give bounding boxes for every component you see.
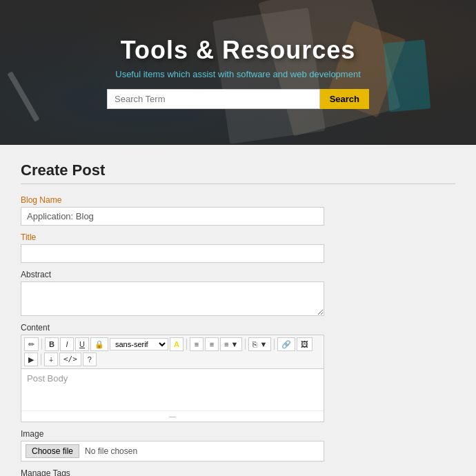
- hero-section: Tools & Resources Useful items which ass…: [0, 0, 476, 145]
- choose-file-button[interactable]: Choose file: [26, 444, 79, 458]
- tb-underline-btn[interactable]: U: [75, 337, 89, 351]
- tb-image-btn[interactable]: 🖼: [297, 337, 313, 351]
- svg-rect-3: [384, 40, 430, 112]
- tb-sep-1: [41, 339, 42, 350]
- search-bar: Search: [107, 89, 369, 109]
- tb-pencil-btn[interactable]: ✏: [24, 337, 39, 351]
- tb-italic-btn[interactable]: I: [60, 337, 74, 351]
- search-button[interactable]: Search: [320, 89, 369, 109]
- editor-resize-handle[interactable]: ―: [21, 410, 324, 422]
- tb-table-btn[interactable]: ⎘ ▼: [248, 337, 271, 351]
- blog-name-input[interactable]: [21, 207, 324, 226]
- editor-body[interactable]: Post Body: [21, 369, 324, 410]
- file-name-text: No file chosen: [85, 446, 137, 456]
- tb-sep-3: [245, 339, 246, 350]
- tb-link-btn[interactable]: 🔗: [277, 337, 295, 351]
- manage-tags-group: Manage Tags Add Delete ▲ ▼: [21, 468, 455, 476]
- tb-font-select[interactable]: sans-serif serif monospace: [110, 338, 168, 350]
- manage-tags-label: Manage Tags: [21, 468, 455, 476]
- blog-name-label: Blog Name: [21, 195, 455, 205]
- tb-fullscreen-btn[interactable]: ⨢: [44, 353, 58, 366]
- hero-subtitle: Useful items which assist with software …: [115, 69, 361, 79]
- tb-sep-2: [186, 339, 187, 350]
- tb-bold-btn[interactable]: B: [45, 337, 59, 351]
- search-input[interactable]: [107, 89, 320, 109]
- tb-sep-5: [41, 354, 41, 365]
- tb-sep-4: [274, 339, 275, 350]
- abstract-label: Abstract: [21, 270, 455, 279]
- image-group: Image Choose file No file chosen: [21, 429, 455, 462]
- form-heading: Create Post: [21, 161, 455, 184]
- editor-toolbar: ✏ B I U 🔒 sans-serif serif monospace A ≡…: [21, 335, 324, 369]
- image-upload-row: Choose file No file chosen: [21, 441, 324, 462]
- tb-highlight-btn[interactable]: A: [170, 337, 184, 351]
- content-label: Content: [21, 323, 455, 333]
- rich-text-editor: ✏ B I U 🔒 sans-serif serif monospace A ≡…: [21, 335, 324, 422]
- content-group: Content ✏ B I U 🔒 sans-serif serif monos…: [21, 323, 455, 422]
- tb-ol-btn[interactable]: ≡: [190, 337, 204, 351]
- title-input[interactable]: [21, 244, 324, 263]
- tb-media-btn[interactable]: ▶: [24, 353, 38, 366]
- abstract-textarea[interactable]: [21, 281, 324, 316]
- abstract-group: Abstract: [21, 270, 455, 316]
- blog-name-group: Blog Name: [21, 195, 455, 226]
- image-label: Image: [21, 429, 455, 439]
- title-group: Title: [21, 232, 455, 263]
- tb-ul-btn[interactable]: ≡: [205, 337, 219, 351]
- editor-placeholder: Post Body: [27, 373, 68, 384]
- title-label: Title: [21, 232, 455, 242]
- form-container: Create Post Blog Name Title Abstract Con…: [0, 145, 476, 476]
- tb-code-btn[interactable]: </>: [59, 353, 81, 366]
- svg-rect-4: [8, 71, 40, 121]
- tb-lock-btn[interactable]: 🔒: [90, 337, 108, 351]
- hero-title: Tools & Resources: [121, 36, 355, 65]
- tb-help-btn[interactable]: ?: [83, 353, 97, 366]
- tb-indent-btn[interactable]: ≡ ▼: [220, 337, 242, 351]
- svg-rect-0: [258, 0, 400, 137]
